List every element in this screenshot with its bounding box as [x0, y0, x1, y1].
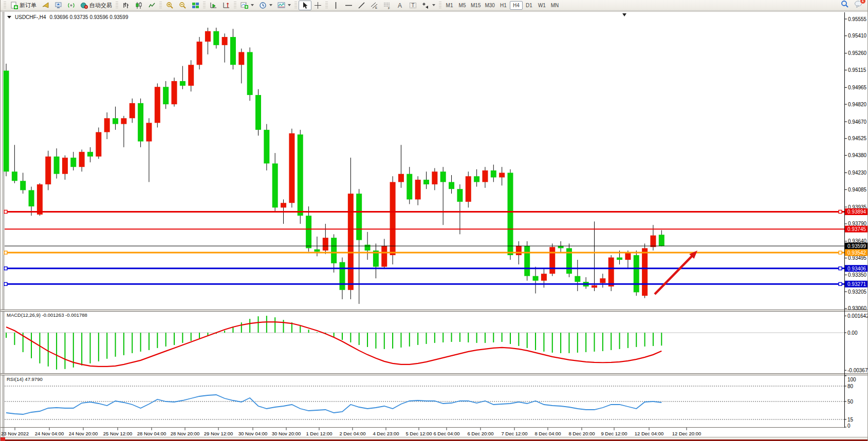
auto-trading-button[interactable]: 自动交易	[78, 1, 115, 10]
search-icon[interactable]	[841, 0, 849, 10]
svg-text:0.94085: 0.94085	[848, 187, 867, 193]
candle	[230, 29, 236, 69]
line-handle[interactable]	[4, 267, 7, 270]
time-label: 8 Dec 20:00	[568, 431, 595, 436]
time-label: 12 Dec 20:00	[672, 431, 701, 436]
candle	[138, 99, 143, 147]
svg-text:0.93205: 0.93205	[848, 289, 867, 295]
time-label: 12 Dec 04:00	[635, 431, 664, 436]
chart-window-title[interactable]: USDCHF-,H4 0.93696 0.93735 0.93596 0.935…	[7, 14, 128, 20]
rsi-line	[6, 395, 661, 414]
hline-icon	[345, 2, 353, 9]
candle	[340, 258, 345, 299]
signals-button[interactable]	[65, 1, 78, 10]
macd-signal-line	[6, 322, 661, 367]
timeframe-m15[interactable]: M15	[469, 1, 483, 10]
zoom-group	[163, 0, 202, 11]
time-label: 24 Nov 20:00	[69, 431, 98, 436]
candle	[172, 78, 177, 107]
new-order-button[interactable]: 新订单	[8, 1, 39, 10]
toolbar-grip[interactable]	[325, 2, 328, 9]
candle	[247, 47, 253, 101]
timeframe-w1[interactable]: W1	[535, 1, 548, 10]
periods-button[interactable]	[256, 1, 275, 10]
bar-chart-icon	[122, 2, 130, 9]
candle	[373, 243, 379, 278]
timeframe-m5[interactable]: M5	[456, 1, 469, 10]
timeframe-h1[interactable]: H1	[497, 1, 510, 10]
candle	[499, 167, 505, 185]
svg-text:0.94965: 0.94965	[848, 85, 867, 90]
svg-text:0.93542: 0.93542	[847, 250, 866, 256]
candlesticks	[4, 28, 664, 304]
toolbar-grip[interactable]	[116, 2, 118, 9]
templates-button[interactable]	[275, 1, 293, 10]
time-label: 8 Dec 04:00	[534, 431, 561, 436]
bar-chart-button[interactable]	[120, 1, 133, 10]
fibonacci-button[interactable]: F	[381, 1, 394, 10]
line-handle[interactable]	[839, 210, 842, 213]
svg-text:0.93745: 0.93745	[847, 226, 866, 232]
indicators-button[interactable]	[238, 1, 256, 10]
toolbar-grip[interactable]	[159, 2, 162, 9]
cursor-button[interactable]	[299, 1, 311, 10]
toolbar-grip[interactable]	[234, 2, 236, 9]
vertical-line-button[interactable]	[329, 1, 342, 10]
time-label: 29 Nov 12:00	[204, 431, 233, 436]
timeframe-h4[interactable]: H4	[510, 1, 523, 10]
candle	[37, 183, 43, 216]
line-handle[interactable]	[839, 267, 842, 270]
chart-canvas[interactable]: 0.955550.954100.952600.951150.949650.948…	[1, 0, 868, 441]
candle	[348, 158, 354, 299]
line-chart-button[interactable]	[145, 1, 158, 10]
svg-text:100: 100	[847, 377, 856, 382]
autotrade-icon	[80, 2, 88, 9]
toolbar-grip[interactable]	[203, 2, 206, 9]
publish-button[interactable]	[52, 1, 65, 10]
time-label: 28 Nov 04:00	[137, 431, 167, 436]
chart-shift-button[interactable]	[220, 1, 233, 10]
line-handle[interactable]	[4, 210, 7, 213]
toolbar-grip[interactable]	[294, 2, 297, 9]
candle	[4, 64, 9, 176]
line-handle[interactable]	[839, 251, 842, 254]
timeframe-mn[interactable]: MN	[548, 1, 561, 10]
chat-button[interactable]: 1	[854, 0, 862, 10]
toolbar-grip[interactable]	[439, 2, 441, 9]
zoom-out-button[interactable]	[176, 1, 189, 10]
horizontal-line-button[interactable]	[342, 1, 355, 10]
zoom-in-button[interactable]	[163, 1, 176, 10]
svg-text:0.93271: 0.93271	[847, 281, 866, 287]
text-button[interactable]: A	[394, 1, 407, 10]
line-chart-icon	[148, 2, 156, 9]
candle	[238, 49, 244, 84]
chevron-down-icon	[432, 4, 435, 6]
timeframe-d1[interactable]: D1	[523, 1, 535, 10]
svg-text:0.93599: 0.93599	[847, 243, 866, 249]
trend-arrow[interactable]	[655, 251, 697, 294]
candle	[213, 28, 219, 49]
tile-windows-button[interactable]	[189, 1, 202, 10]
line-handle[interactable]	[4, 282, 7, 285]
line-handle[interactable]	[839, 282, 842, 285]
candlestick-chart-button[interactable]	[133, 1, 145, 10]
channel-button[interactable]: E	[368, 1, 381, 10]
shapes-button[interactable]	[419, 1, 438, 10]
crosshair-button[interactable]	[311, 1, 324, 10]
trendline-button[interactable]	[355, 1, 368, 10]
sound-button[interactable]	[39, 1, 52, 10]
toolbar-grip[interactable]	[4, 2, 6, 9]
auto-scroll-button[interactable]	[207, 1, 220, 10]
timeframe-m1[interactable]: M1	[443, 1, 456, 10]
text-label-button[interactable]: T	[407, 1, 419, 10]
chart-shift-marker[interactable]	[622, 13, 626, 16]
horizontal-lines	[4, 210, 844, 285]
candle	[87, 147, 93, 162]
crosshair-icon	[314, 2, 322, 9]
candle	[356, 189, 362, 304]
candle	[62, 156, 68, 180]
timeframe-m30[interactable]: M30	[483, 1, 496, 10]
candle	[390, 176, 396, 264]
publish-icon	[54, 2, 62, 9]
line-handle[interactable]	[4, 251, 7, 254]
